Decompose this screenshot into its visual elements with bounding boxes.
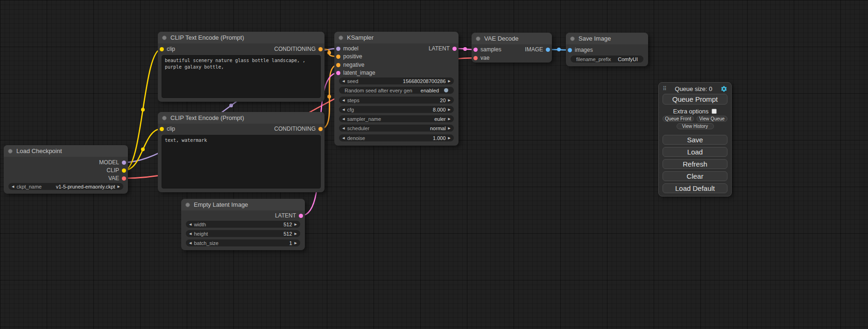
latent-port-icon[interactable] — [299, 214, 303, 218]
view-queue-button[interactable]: View Queue — [697, 116, 728, 122]
model-port-icon[interactable] — [122, 161, 126, 165]
load-button[interactable]: Load — [663, 147, 727, 157]
latent-port-icon[interactable] — [473, 48, 478, 52]
widget-cfg[interactable]: ◀ cfg 8.000 ▶ — [339, 106, 454, 113]
collapse-dot-icon[interactable] — [185, 203, 190, 207]
decrement-arrow-icon[interactable]: ◀ — [189, 241, 191, 245]
collapse-dot-icon[interactable] — [570, 36, 575, 41]
prompt-textarea[interactable]: text, watermark — [162, 135, 321, 189]
node-titlebar[interactable]: Save Image — [566, 33, 648, 44]
node-clip-text-encode-positive[interactable]: CLIP Text Encode (Prompt) clip CONDITION… — [158, 32, 325, 102]
model-port-icon[interactable] — [336, 47, 340, 51]
widget-value: 1 — [289, 240, 292, 246]
toggle-knob-icon[interactable] — [444, 88, 448, 92]
widget-sampler-name[interactable]: ◀ sampler_name euler ▶ — [339, 115, 454, 122]
link-midpoint-dot — [327, 95, 331, 98]
port-input-negative: negative — [336, 62, 364, 68]
queue-front-button[interactable]: Queue Front — [663, 116, 694, 122]
widget-filename-prefix[interactable]: filename_prefix ComfyUI — [571, 56, 643, 63]
prompt-textarea[interactable]: beautiful scenery nature glass bottle la… — [162, 55, 321, 98]
node-title: CLIP Text Encode (Prompt) — [170, 114, 244, 121]
widget-height[interactable]: ◀ height 512 ▶ — [186, 230, 300, 237]
collapse-dot-icon[interactable] — [162, 35, 167, 40]
increment-arrow-icon[interactable]: ▶ — [295, 223, 297, 226]
node-titlebar[interactable]: CLIP Text Encode (Prompt) — [158, 112, 325, 124]
increment-arrow-icon[interactable]: ▶ — [448, 117, 451, 120]
node-titlebar[interactable]: KSampler — [334, 32, 459, 43]
port-input-model: model — [336, 45, 359, 52]
widget-batch-size[interactable]: ◀ batch_size 1 ▶ — [186, 239, 300, 246]
decrement-arrow-icon[interactable]: ◀ — [342, 136, 345, 140]
decrement-arrow-icon[interactable]: ◀ — [342, 126, 345, 130]
widget-ckpt-name[interactable]: ◀ ckpt_name v1-5-pruned-emaonly.ckpt ▶ — [8, 183, 123, 190]
collapse-dot-icon[interactable] — [476, 36, 480, 41]
latent-port-icon[interactable] — [452, 47, 457, 51]
port-input-images: images — [568, 47, 593, 53]
vae-port-icon[interactable] — [473, 56, 478, 60]
save-button[interactable]: Save — [663, 135, 727, 145]
widget-random-seed-toggle[interactable]: Random seed after every gen enabled — [339, 87, 454, 94]
node-ksampler[interactable]: KSampler model positive negative latent_… — [334, 32, 459, 146]
port-label: vae — [480, 55, 489, 61]
node-clip-text-encode-negative[interactable]: CLIP Text Encode (Prompt) clip CONDITION… — [158, 112, 325, 192]
widget-width[interactable]: ◀ width 512 ▶ — [186, 221, 300, 228]
port-label: negative — [343, 62, 364, 68]
node-titlebar[interactable]: Load Checkpoint — [4, 145, 128, 157]
decrement-arrow-icon[interactable]: ◀ — [342, 117, 345, 120]
increment-arrow-icon[interactable]: ▶ — [295, 241, 297, 245]
clip-port-icon[interactable] — [122, 168, 126, 173]
clip-port-icon[interactable] — [160, 47, 164, 51]
refresh-button[interactable]: Refresh — [663, 159, 727, 169]
widget-scheduler[interactable]: ◀ scheduler normal ▶ — [339, 125, 454, 132]
clip-port-icon[interactable] — [160, 127, 164, 131]
vae-port-icon[interactable] — [122, 176, 126, 181]
port-input-vae: vae — [473, 55, 489, 61]
conditioning-port-icon[interactable] — [318, 47, 323, 51]
node-vae-decode[interactable]: VAE Decode samples vae IMAGE — [472, 33, 552, 63]
increment-arrow-icon[interactable]: ▶ — [448, 79, 451, 83]
widget-value: 512 — [283, 222, 292, 227]
decrement-arrow-icon[interactable]: ◀ — [12, 185, 14, 188]
image-port-icon[interactable] — [568, 48, 572, 52]
queue-prompt-button[interactable]: Queue Prompt — [663, 94, 727, 105]
decrement-arrow-icon[interactable]: ◀ — [189, 232, 191, 235]
decrement-arrow-icon[interactable]: ◀ — [342, 108, 345, 111]
decrement-arrow-icon[interactable]: ◀ — [342, 98, 345, 102]
increment-arrow-icon[interactable]: ▶ — [295, 232, 297, 235]
port-output-vae: VAE — [108, 175, 126, 182]
widget-seed[interactable]: ◀ seed 156680208700286 ▶ — [339, 77, 454, 84]
increment-arrow-icon[interactable]: ▶ — [448, 136, 451, 140]
increment-arrow-icon[interactable]: ▶ — [448, 126, 451, 130]
conditioning-port-icon[interactable] — [336, 55, 340, 59]
port-label: latent_image — [343, 70, 375, 76]
collapse-dot-icon[interactable] — [162, 116, 167, 120]
collapse-dot-icon[interactable] — [339, 35, 343, 40]
clear-button[interactable]: Clear — [663, 171, 727, 181]
node-titlebar[interactable]: CLIP Text Encode (Prompt) — [158, 32, 325, 43]
latent-port-icon[interactable] — [336, 71, 340, 75]
extra-options-checkbox[interactable] — [712, 109, 717, 114]
decrement-arrow-icon[interactable]: ◀ — [342, 79, 345, 83]
node-titlebar[interactable]: Empty Latent Image — [181, 199, 305, 210]
increment-arrow-icon[interactable]: ▶ — [118, 185, 120, 188]
port-input-samples: samples — [473, 46, 501, 53]
conditioning-port-icon[interactable] — [336, 63, 340, 67]
node-titlebar[interactable]: VAE Decode — [472, 33, 552, 44]
conditioning-port-icon[interactable] — [318, 127, 323, 131]
load-default-button[interactable]: Load Default — [663, 183, 727, 193]
node-empty-latent-image[interactable]: Empty Latent Image LATENT ◀ width 512 ▶ … — [181, 199, 305, 250]
increment-arrow-icon[interactable]: ▶ — [448, 98, 451, 102]
node-load-checkpoint[interactable]: Load Checkpoint MODEL CLIP VAE ◀ ckpt_na… — [4, 145, 128, 194]
drag-handle-icon[interactable]: ⠿ — [663, 86, 667, 91]
node-save-image[interactable]: Save Image images filename_prefix ComfyU… — [566, 33, 648, 66]
image-port-icon[interactable] — [546, 48, 550, 52]
graph-canvas[interactable]: { "colors": { "model": "#b39ddb", "clip"… — [0, 0, 868, 329]
widget-steps[interactable]: ◀ steps 20 ▶ — [339, 97, 454, 104]
increment-arrow-icon[interactable]: ▶ — [448, 108, 451, 111]
settings-gear-icon[interactable] — [720, 85, 727, 92]
collapse-dot-icon[interactable] — [8, 149, 13, 154]
decrement-arrow-icon[interactable]: ◀ — [189, 223, 191, 226]
widget-denoise[interactable]: ◀ denoise 1.000 ▶ — [339, 134, 454, 141]
port-label: CLIP — [106, 167, 119, 174]
view-history-button[interactable]: View History — [677, 123, 714, 129]
